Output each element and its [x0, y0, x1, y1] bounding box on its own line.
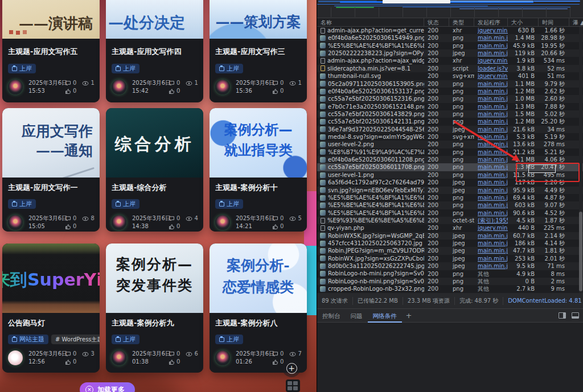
network-request-row[interactable]: user-level-2.png 200 png main.min.js?ver… — [317, 141, 583, 148]
author-avatar[interactable] — [8, 350, 23, 365]
network-request-row[interactable]: %E9%93%BE%E6%8E%A5%E6%8C%87%E9%82… 200 o… — [317, 217, 583, 224]
request-initiator-link[interactable]: jquery.min.js?ver=3.1 — [474, 57, 508, 64]
column-header-time[interactable]: 时间 — [539, 18, 569, 26]
author-avatar[interactable] — [215, 215, 230, 230]
request-initiator-link[interactable]: main.min.js?ver=8.1.1 — [474, 118, 508, 125]
network-request-row[interactable]: cc55a7e5bf20250306142131.png 200 png mai… — [317, 118, 583, 125]
author-avatar[interactable] — [8, 215, 23, 230]
network-request-row[interactable]: cc55a7e5bf20250306011708.png 200 png mai… — [317, 163, 583, 171]
request-initiator-link[interactable]: loader.js?ver=8.1:40 — [474, 65, 508, 72]
dock-side-icon[interactable] — [559, 312, 566, 319]
network-request-row[interactable]: 36e7af9d3720250225044548-256x256.jpeg 20… — [317, 126, 583, 133]
post-card[interactable]: 案例分析— 突发事件类 主观题-案例分析九 上岸 2025年3月6日 01:38… — [106, 244, 203, 373]
request-initiator-link[interactable]: main.min.js?ver=8.1.1 — [474, 201, 508, 209]
post-tag[interactable]: 网站主题 — [8, 335, 48, 344]
request-initiator-link[interactable]: main.min.js?ver=8.1.1 — [474, 80, 508, 88]
network-request-row[interactable]: RobinWX5K.jpg?sign=WsGMP_2qB6kfKRCN-cR… … — [317, 232, 583, 240]
post-card[interactable]: 来到SuperYin 公告跑马灯 网站主题# WordPress主题# 2025… — [2, 244, 100, 373]
network-request-row[interactable]: %E8%B7%91%E9%A9%AC%E7%81%AF.png?si… 200 … — [317, 148, 583, 156]
network-request-row[interactable]: %E5%BE%AE%E4%BF%A1%E6%88%AA%E5%9… 200 pn… — [317, 209, 583, 217]
add-tab-button[interactable]: + — [402, 311, 416, 320]
post-tag[interactable]: # WordPress主题 — [51, 335, 100, 344]
tab-network-conditions[interactable]: 网络条件 — [368, 309, 402, 323]
network-request-row[interactable]: %E5%BE%AE%E4%BF%A1%E6%88%AA%E5%9… 200 pn… — [317, 194, 583, 201]
request-initiator-link[interactable]: main.min.js?ver=8.1.1 — [474, 110, 508, 118]
request-initiator-link[interactable]: main.min.js?ver=8.1.1 — [474, 141, 508, 148]
post-tag[interactable]: 上岸 — [215, 64, 243, 73]
request-initiator-link[interactable]: main.min.js?ver=8.1.1 — [474, 88, 508, 95]
request-initiator-link[interactable]: main.min.js?ver=8.1.1 — [474, 232, 508, 240]
post-title[interactable]: 主观题-综合分析 — [112, 183, 200, 193]
post-tag[interactable]: 上岸 — [112, 199, 139, 209]
post-title[interactable]: 公告跑马灯 — [8, 318, 96, 328]
request-initiator-link[interactable]: main.min.js?ver=8.1.1 — [474, 126, 508, 133]
request-initiator-link[interactable]: main.min.js?ver=8.1.1 — [474, 42, 508, 49]
request-initiator-link[interactable]: jquery.min.js?ver=8.1 — [474, 224, 508, 232]
post-card[interactable]: 应用文写作 ——演讲稿 主观题-应用文写作五 上岸 2025年3月6日 15:5… — [2, 0, 100, 102]
post-card[interactable]: 综合分析 主观题-综合分析 上岸 2025年3月6日 14:38 0 4 — [106, 108, 203, 232]
network-request-row[interactable]: medal-8.svg?sign=oxlmYrSggW6oPsdySubY7T…… — [317, 133, 583, 141]
column-header-initiator[interactable]: 发起程序 — [474, 18, 508, 26]
request-initiator-link[interactable]: main.min.js?ver=8.1.1 — [474, 262, 508, 270]
request-initiator-link[interactable]: main.min.js?ver=8.1.1 — [474, 171, 508, 179]
post-title[interactable]: 主观题-应用文写作一 — [8, 183, 96, 193]
network-request-row[interactable]: admin-ajax.php?action=ajax_widget_ui&id=… — [317, 57, 583, 64]
request-initiator-link[interactable]: jquery.min.js?ver=8.1 — [474, 72, 508, 80]
load-more-button[interactable]: ✕ 加载更多 — [80, 382, 135, 392]
author-avatar[interactable] — [112, 350, 126, 365]
network-overview-timeline[interactable] — [317, 0, 583, 18]
expand-drawer-icon[interactable] — [572, 312, 579, 319]
network-request-row[interactable]: qv-yiyan.php 200 xhr jquery.min.js?ver=8… — [317, 224, 583, 232]
column-header-waterfall[interactable]: 瀑 ▲ — [569, 18, 583, 26]
request-initiator-link[interactable]: main.min.js?ver=8.1.1 — [474, 95, 508, 102]
network-request-row[interactable]: e0f4b0a6e520250306153137.png 200 png mai… — [317, 88, 583, 95]
post-title[interactable]: 主观题-应用文写作四 — [112, 47, 200, 57]
post-tag[interactable]: 上岸 — [8, 64, 36, 73]
request-initiator-link[interactable]: (索引):1955 — [474, 217, 508, 224]
scrollbar-thumb[interactable] — [579, 212, 582, 291]
post-title[interactable]: 主观题-案例分析十 — [215, 183, 303, 193]
post-tag[interactable]: 上岸 — [8, 199, 36, 209]
post-card[interactable]: 应用文写作 ——通知 主观题-应用文写作一 上岸 2025年3月6日 15:05… — [2, 108, 100, 232]
request-initiator-link[interactable]: main.min.js?ver=8.1.1 — [474, 194, 508, 201]
author-avatar[interactable] — [8, 80, 23, 94]
request-initiator-link[interactable]: main.min.js?ver=8.1.1 — [474, 163, 508, 171]
column-header-status[interactable]: 状态 — [424, 18, 449, 26]
post-card[interactable]: 案例分析- 恋爱情感类 主观题-案例分析八 上岸 2025年3月6日 01:26… — [210, 244, 307, 373]
request-initiator-link[interactable]: main.min.js?ver=8.1.1 — [474, 187, 508, 194]
network-request-row[interactable]: svn.jpg?sign=nEBO6evTebExMiTy3yYlzryRQvN… — [317, 187, 583, 194]
post-tag[interactable]: 上岸 — [112, 64, 139, 73]
author-avatar[interactable] — [112, 215, 126, 230]
network-request-row[interactable]: e0f4b0a6e520250306011208.png 200 png mai… — [317, 156, 583, 163]
network-request-row[interactable]: 457cfcc43120250225063720.jpg 200 jpeg ma… — [317, 240, 583, 247]
column-header-size[interactable]: 大小 — [508, 18, 539, 26]
network-request-row[interactable]: cropped-RobinLogo-nb-32x32.png 200 png 其… — [317, 285, 583, 292]
post-tag[interactable]: 上岸 — [215, 335, 243, 344]
request-initiator-link[interactable]: jquery.min.js?ver=3.1 — [474, 27, 508, 34]
network-request-row[interactable]: slidercaptcha.min.js?ver=8.1 200 script … — [317, 65, 583, 72]
request-initiator-link[interactable]: main.min.js?ver=8.1.1 — [474, 255, 508, 262]
tab-issues[interactable]: 问题 — [346, 309, 368, 323]
request-initiator-link[interactable]: main.min.js?ver=8.1.1 — [474, 156, 508, 163]
request-initiator-link[interactable]: main.min.js?ver=8.1.1 — [474, 148, 508, 156]
request-initiator-link[interactable]: main.min.js?ver=8.1.1 — [474, 247, 508, 254]
network-request-row[interactable]: thumbnail-null.svg 200 svg+xml jquery.mi… — [317, 72, 583, 80]
post-title[interactable]: 主观题-应用文写作五 — [8, 47, 96, 57]
network-request-row[interactable]: e7b0c71e3a20250306152148.png 200 png mai… — [317, 103, 583, 110]
network-request-row[interactable]: 05c2a0971120250306153905.png 200 png mai… — [317, 80, 583, 88]
network-request-row[interactable]: RobinLogo-nb-mini.png?sign=Sv0MhxDes-u4W… — [317, 270, 583, 278]
network-request-row[interactable]: user-level-1.png 200 png main.min.js?ver… — [317, 171, 583, 179]
network-request-row[interactable]: RobinWX.jpg?sign=xsGzZXPuCboIVDWxFrU1Hv…… — [317, 255, 583, 262]
request-initiator-link[interactable]: main.min.js?ver=8.1.1 — [474, 209, 508, 217]
post-tag[interactable]: 上岸 — [215, 199, 243, 209]
request-initiator-link[interactable]: main.min.js?ver=8.1.1 — [474, 179, 508, 186]
network-request-row[interactable]: Robin.JPEG?sign=m_mZV9LI7ODR9Z4EA89LqO… … — [317, 247, 583, 254]
post-tag[interactable]: 上岸 — [112, 335, 139, 344]
post-card[interactable]: 案例分析— 就业指导类 主观题-案例分析十 上岸 2025年3月6日 14:21… — [210, 108, 307, 232]
request-initiator-link[interactable]: main.min.js?ver=8.1.1 — [474, 240, 508, 247]
network-request-row[interactable]: %E5%BE%AE%E4%BF%A1%E6%88%AA%E5%9… 200 pn… — [317, 42, 583, 49]
request-initiator-link[interactable]: main.min.js?ver=8.1.1 — [474, 34, 508, 42]
network-request-row[interactable]: %E5%BE%AE%E4%BF%A1%E6%88%AA%E5%9… 200 pn… — [317, 201, 583, 209]
network-request-row[interactable]: cc55a7e5bf20250306152316.png 200 png mai… — [317, 95, 583, 102]
tab-console[interactable]: 控制台 — [317, 309, 346, 323]
